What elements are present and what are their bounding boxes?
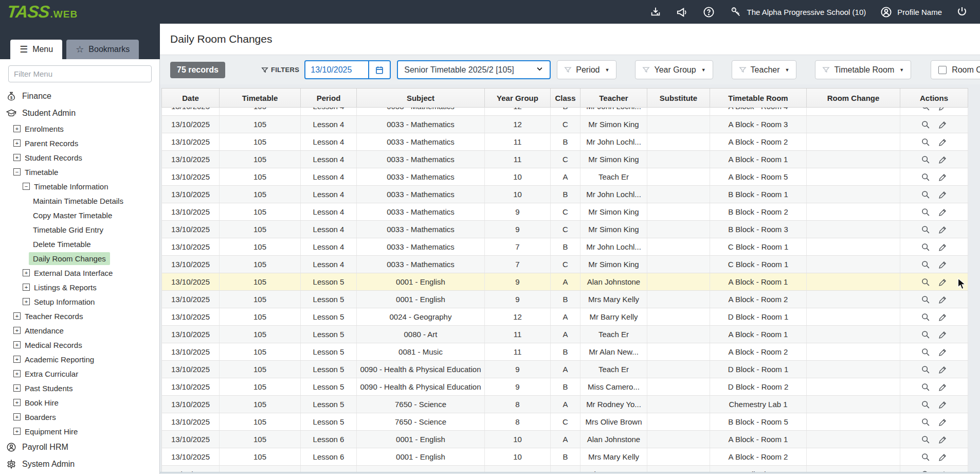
sidebar-item-timetable[interactable]: −Timetable [0, 165, 159, 179]
sidebar-item-daily-room-changes[interactable]: Daily Room Changes [0, 251, 159, 266]
menu-filter-input[interactable] [8, 65, 152, 82]
timetable-room-filter-button[interactable]: Timetable Room▼ [815, 60, 911, 79]
school-selector[interactable]: The Alpha Progressive School (10) [729, 5, 866, 19]
sidebar-item-payroll-hrm[interactable]: Payroll HRM [0, 438, 159, 455]
expand-icon[interactable]: + [23, 269, 30, 276]
view-icon[interactable] [921, 400, 930, 409]
edit-icon[interactable] [938, 137, 948, 147]
column-header-teacher[interactable]: Teacher [580, 89, 647, 108]
expand-icon[interactable]: + [23, 284, 30, 291]
table-row[interactable]: 13/10/2025105Lesson 50001 - English9BMrs… [162, 291, 968, 308]
expand-icon[interactable]: + [13, 341, 21, 348]
edit-icon[interactable] [938, 172, 948, 182]
expand-icon[interactable]: + [13, 139, 21, 147]
view-icon[interactable] [921, 365, 930, 374]
table-row[interactable]: 13/10/2025105Lesson 50081 - Music11BMr A… [162, 343, 968, 361]
edit-icon[interactable] [938, 295, 948, 304]
column-header-timetable-room[interactable]: Timetable Room [710, 89, 807, 108]
view-icon[interactable] [921, 225, 930, 234]
sidebar-item-parent-records[interactable]: +Parent Records [0, 136, 159, 150]
horizontal-scrollbar[interactable] [160, 472, 980, 474]
edit-icon[interactable] [938, 400, 948, 409]
table-row[interactable]: 13/10/2025105Lesson 50090 - Health & Phy… [162, 378, 968, 396]
table-row[interactable]: 13/10/2025105Lesson 40033 - Mathematics9… [162, 203, 968, 221]
expand-icon[interactable]: + [13, 154, 21, 161]
sidebar-item-setup-information[interactable]: +Setup Information [0, 294, 159, 309]
view-icon[interactable] [921, 207, 930, 217]
sidebar-item-equipment-hire[interactable]: +Equipment Hire [0, 424, 159, 438]
view-icon[interactable] [921, 120, 930, 129]
sidebar-item-past-students[interactable]: +Past Students [0, 381, 159, 395]
sidebar-item-teacher-records[interactable]: +Teacher Records [0, 309, 159, 323]
column-header-date[interactable]: Date [162, 89, 220, 108]
edit-icon[interactable] [938, 330, 948, 339]
edit-icon[interactable] [938, 365, 948, 374]
sidebar-item-book-hire[interactable]: +Book Hire [0, 395, 159, 410]
edit-icon[interactable] [938, 417, 948, 427]
edit-icon[interactable] [938, 155, 948, 164]
logout-icon[interactable] [955, 5, 969, 19]
view-icon[interactable] [921, 190, 930, 199]
expand-icon[interactable]: + [13, 125, 21, 132]
sidebar-item-timetable-grid-entry[interactable]: Timetable Grid Entry [0, 222, 159, 237]
sidebar-item-student-records[interactable]: +Student Records [0, 150, 159, 165]
table-row[interactable]: 13/10/2025105Lesson 40033 - Mathematics1… [162, 133, 968, 151]
column-header-subject[interactable]: Subject [357, 89, 485, 108]
table-row[interactable]: 13/10/2025105Lesson 57650 - Science8CMrs… [162, 413, 968, 431]
collapse-icon[interactable]: − [13, 168, 21, 175]
edit-icon[interactable] [938, 277, 948, 287]
collapse-icon[interactable]: − [23, 183, 30, 190]
edit-icon[interactable] [938, 108, 948, 111]
edit-icon[interactable] [938, 260, 948, 269]
column-header-class[interactable]: Class [551, 89, 580, 108]
table-row[interactable]: 13/10/2025105Lesson 40033 - Mathematics7… [162, 238, 968, 256]
expand-icon[interactable]: + [13, 356, 21, 363]
view-icon[interactable] [921, 137, 930, 147]
table-row[interactable]: 13/10/2025105Lesson 60001 - English10BMr… [162, 448, 968, 466]
sidebar-item-extra-curricular[interactable]: +Extra Curricular [0, 366, 159, 381]
expand-icon[interactable]: + [13, 413, 21, 420]
edit-icon[interactable] [938, 225, 948, 234]
view-icon[interactable] [921, 242, 930, 252]
sidebar-item-academic-reporting[interactable]: +Academic Reporting [0, 352, 159, 366]
edit-icon[interactable] [938, 207, 948, 217]
sidebar-item-external-data-interface[interactable]: +External Data Interface [0, 266, 159, 280]
sidebar-item-copy-master-timetable[interactable]: Copy Master Timetable [0, 208, 159, 222]
view-icon[interactable] [921, 108, 930, 111]
table-row[interactable]: 13/10/2025105Lesson 40033 - Mathematics9… [162, 221, 968, 238]
sidebar-item-enrolments[interactable]: +Enrolments [0, 121, 159, 136]
view-icon[interactable] [921, 382, 930, 392]
sidebar-item-attendance[interactable]: +Attendance [0, 323, 159, 338]
help-icon[interactable] [702, 5, 716, 19]
column-header-actions[interactable]: Actions [900, 89, 968, 108]
sidebar-item-delete-timetable[interactable]: Delete Timetable [0, 237, 159, 251]
profile-menu[interactable]: Profile Name [879, 5, 942, 19]
teacher-filter-button[interactable]: Teacher▼ [732, 60, 797, 79]
date-input[interactable] [305, 65, 368, 75]
table-row[interactable]: 13/10/2025105Lesson 40033 - Mathematics1… [162, 116, 968, 133]
view-icon[interactable] [921, 330, 930, 339]
sidebar-item-student-admin[interactable]: Student Admin [0, 104, 159, 121]
calendar-icon[interactable] [368, 61, 390, 78]
expand-icon[interactable]: + [13, 312, 21, 320]
view-icon[interactable] [921, 172, 930, 182]
table-row[interactable]: 13/10/2025105Lesson 57650 - Science8AMr … [162, 396, 968, 413]
view-icon[interactable] [921, 435, 930, 444]
sidebar-item-finance[interactable]: $Finance [0, 87, 159, 104]
table-row[interactable]: 13/10/2025105Lesson 40033 - Mathematics7… [162, 256, 968, 273]
view-icon[interactable] [921, 260, 930, 269]
view-icon[interactable] [921, 155, 930, 164]
column-header-room-change[interactable]: Room Change [807, 89, 900, 108]
table-row[interactable]: 13/10/2025105Lesson 40033 - Mathematics1… [162, 151, 968, 168]
room-changes-only-toggle[interactable]: Room Changes Only [931, 60, 980, 79]
table-row[interactable]: 13/10/2025105Lesson 40033 - Mathematics1… [162, 168, 968, 186]
edit-icon[interactable] [938, 347, 948, 357]
edit-icon[interactable] [938, 190, 948, 199]
view-icon[interactable] [921, 347, 930, 357]
edit-icon[interactable] [938, 452, 948, 462]
view-icon[interactable] [921, 312, 930, 322]
table-row[interactable]: 13/10/2025105Lesson 50001 - English9AAla… [162, 273, 968, 291]
checkbox-icon[interactable] [938, 66, 947, 74]
expand-icon[interactable]: + [13, 327, 21, 334]
period-filter-button[interactable]: Period▼ [557, 60, 616, 79]
